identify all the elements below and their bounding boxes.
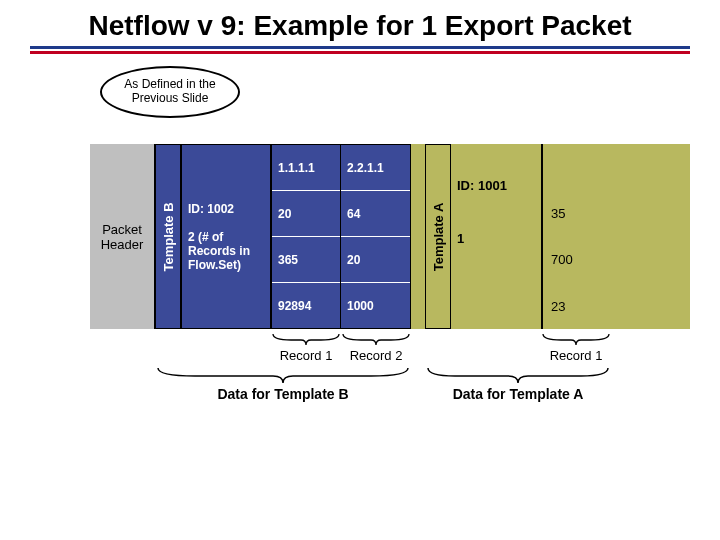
template-b-info: ID: 1002 2 (# of Records in Flow.Set) (181, 144, 271, 329)
template-b-id: ID: 1002 (188, 202, 264, 216)
template-a-label: Template A (431, 202, 446, 271)
cell: 365 (272, 236, 340, 282)
brace-record-b1: Record 1 (271, 332, 341, 363)
template-b-records: 1.1.1.1 20 365 92894 2.2.1.1 64 20 1000 (271, 144, 411, 329)
divider (30, 46, 690, 49)
brace-record-b2: Record 2 (341, 332, 411, 363)
brace-label: Data for Template A (453, 386, 584, 402)
cell: 1000 (341, 282, 410, 328)
cell: 64 (341, 190, 410, 236)
brace-label: Record 2 (350, 348, 403, 363)
cell (543, 144, 611, 190)
template-b-count: 2 (# of Records in Flow.Set) (188, 230, 264, 272)
brace-label: Data for Template B (217, 386, 348, 402)
brace-record-a1: Record 1 (541, 332, 611, 363)
divider (30, 51, 690, 54)
brace-template-a: Data for Template A (425, 366, 611, 402)
callout-bubble: As Defined in the Previous Slide (100, 66, 240, 118)
brace-label: Record 1 (550, 348, 603, 363)
page-title: Netflow v 9: Example for 1 Export Packet (0, 0, 720, 46)
table-row: 1.1.1.1 20 365 92894 (271, 144, 341, 329)
brace-label: Record 1 (280, 348, 333, 363)
template-a-strip: Template A (425, 144, 451, 329)
template-b-strip: Template B (155, 144, 181, 329)
cell: 23 (543, 283, 611, 329)
brace-icon (425, 366, 611, 384)
cell: 20 (272, 190, 340, 236)
brace-icon (271, 332, 341, 346)
template-a-count: 1 (457, 231, 535, 246)
template-a-info: ID: 1001 1 (451, 144, 541, 329)
cell: 2.2.1.1 (341, 145, 410, 190)
cell: 92894 (272, 282, 340, 328)
cell: 20 (341, 236, 410, 282)
template-b-label: Template B (161, 202, 176, 271)
packet-header-label: Packet Header (90, 222, 154, 252)
packet-header-block: Packet Header (90, 144, 155, 329)
table-row: 2.2.1.1 64 20 1000 (341, 144, 411, 329)
template-a-records: 35 700 23 (541, 144, 611, 329)
brace-icon (155, 366, 411, 384)
cell: 1.1.1.1 (272, 145, 340, 190)
table-row: 35 700 23 (541, 144, 611, 329)
brace-icon (341, 332, 411, 346)
brace-icon (541, 332, 611, 346)
template-a-id: ID: 1001 (457, 178, 535, 193)
callout-text: As Defined in the Previous Slide (112, 78, 228, 106)
brace-template-b: Data for Template B (155, 366, 411, 402)
diagram-stage: As Defined in the Previous Slide Packet … (30, 104, 690, 374)
cell: 35 (543, 190, 611, 236)
cell: 700 (543, 237, 611, 283)
